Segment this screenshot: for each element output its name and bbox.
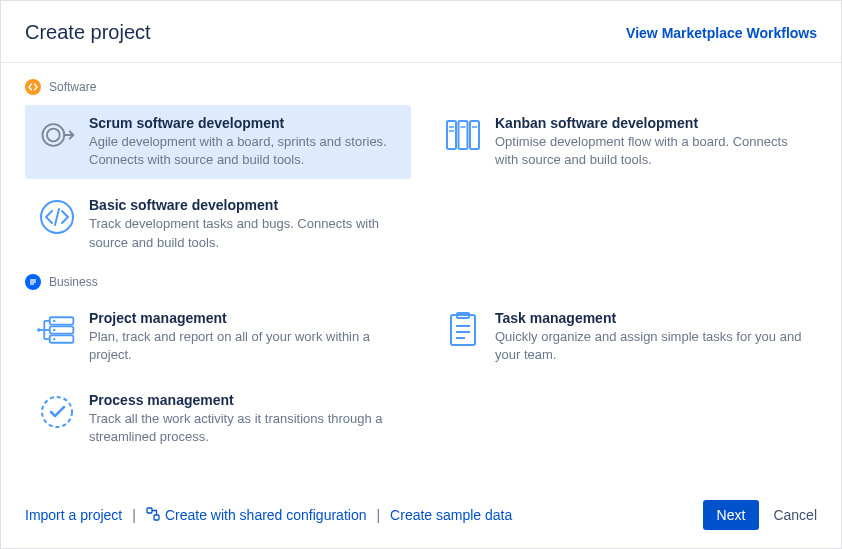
svg-point-23 <box>53 338 55 340</box>
import-project-link[interactable]: Import a project <box>25 507 122 523</box>
svg-point-21 <box>53 319 55 321</box>
cancel-button[interactable]: Cancel <box>773 507 817 523</box>
svg-rect-4 <box>470 121 479 149</box>
next-button[interactable]: Next <box>703 500 760 530</box>
template-desc: Agile development with a board, sprints … <box>89 133 399 169</box>
dialog-header: Create project View Marketplace Workflow… <box>1 1 841 63</box>
separator: | <box>132 507 136 523</box>
category-header: Software <box>25 79 817 95</box>
template-title: Kanban software development <box>495 115 805 131</box>
svg-point-29 <box>42 397 72 427</box>
kanban-icon <box>443 115 483 155</box>
svg-rect-24 <box>451 315 475 345</box>
svg-point-1 <box>47 129 60 142</box>
sample-data-link[interactable]: Create sample data <box>390 507 512 523</box>
category-header: Business <box>25 274 817 290</box>
dialog-title: Create project <box>25 21 151 44</box>
template-task-management[interactable]: Task management Quickly organize and ass… <box>431 300 817 374</box>
template-list: Software Scrum software development Agil… <box>1 63 841 484</box>
separator: | <box>376 507 380 523</box>
business-icon <box>25 274 41 290</box>
template-project-management[interactable]: Project management Plan, track and repor… <box>25 300 411 374</box>
scrum-icon <box>37 115 77 155</box>
template-kanban[interactable]: Kanban software development Optimise dev… <box>431 105 817 179</box>
svg-rect-31 <box>154 515 159 520</box>
template-title: Process management <box>89 392 399 408</box>
template-basic-software[interactable]: Basic software development Track develop… <box>25 187 411 261</box>
svg-rect-2 <box>447 121 456 149</box>
template-desc: Track development tasks and bugs. Connec… <box>89 215 399 251</box>
shared-config-link[interactable]: Create with shared configuration <box>146 507 367 524</box>
task-management-icon <box>443 310 483 350</box>
shared-config-label: Create with shared configuration <box>165 507 367 523</box>
svg-rect-30 <box>147 508 152 513</box>
template-desc: Quickly organize and assign simple tasks… <box>495 328 805 364</box>
category-business: Business <box>25 274 817 457</box>
code-icon <box>37 197 77 237</box>
category-label: Business <box>49 275 98 289</box>
svg-point-0 <box>42 124 64 146</box>
svg-point-22 <box>53 329 55 331</box>
template-desc: Optimise development flow with a board. … <box>495 133 805 169</box>
category-label: Software <box>49 80 96 94</box>
marketplace-link[interactable]: View Marketplace Workflows <box>626 25 817 41</box>
svg-point-17 <box>37 328 41 332</box>
svg-rect-3 <box>459 121 468 149</box>
shared-config-icon <box>146 507 160 524</box>
process-management-icon <box>37 392 77 432</box>
template-title: Task management <box>495 310 805 326</box>
template-scrum[interactable]: Scrum software development Agile develop… <box>25 105 411 179</box>
category-software: Software Scrum software development Agil… <box>25 79 817 262</box>
template-title: Project management <box>89 310 399 326</box>
software-icon <box>25 79 41 95</box>
template-process-management[interactable]: Process management Track all the work ac… <box>25 382 411 456</box>
template-title: Basic software development <box>89 197 399 213</box>
project-management-icon <box>37 310 77 350</box>
template-desc: Track all the work activity as it transi… <box>89 410 399 446</box>
template-title: Scrum software development <box>89 115 399 131</box>
dialog-footer: Import a project | Create with shared co… <box>1 484 841 548</box>
template-desc: Plan, track and report on all of your wo… <box>89 328 399 364</box>
